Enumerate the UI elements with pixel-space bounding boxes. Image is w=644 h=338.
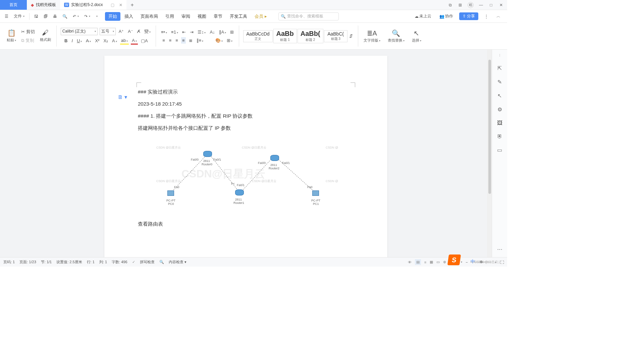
user-avatar-icon[interactable]: 稻 [468,2,474,8]
settings-slider-icon[interactable]: ⚙ [497,106,502,113]
border-icon[interactable]: ⊞ [229,29,235,35]
maximize-icon[interactable]: □ [488,3,494,7]
search-input[interactable]: 🔍 查找命令、搜索模板 [278,12,339,20]
status-page-count[interactable]: 页面: 1/23 [19,260,36,265]
tab-present-icon[interactable]: ▢ [111,3,114,7]
clear-format-icon[interactable]: A̸ [136,28,141,35]
align-justify-icon[interactable]: ≡ [181,37,186,44]
read-view-icon[interactable]: ▭ [436,260,440,264]
decrease-indent-icon[interactable]: ⇤ [181,29,187,35]
tab-view[interactable]: 视图 [194,12,210,21]
font-size-select[interactable]: 五号▾ [100,28,116,35]
more-icon[interactable]: ⋮ [482,13,490,20]
copy-button[interactable]: ⧉ 复制 [20,37,36,44]
underline-icon[interactable]: U▾ [76,38,83,44]
text-effect-icon[interactable]: A▾ [111,38,118,44]
share-button[interactable]: ⇧ 分享 [459,12,478,20]
bullets-icon[interactable]: ≡•▾ [160,29,168,35]
typeset-button[interactable]: ≣A文字排版▾ [362,29,382,44]
collapse-ribbon-icon[interactable]: ︿ [494,12,502,20]
phonetic-icon[interactable]: 變▾ [143,28,152,35]
shield-icon[interactable]: ⛨ [497,133,502,139]
paste-button[interactable]: 📋粘贴▾ [5,28,17,44]
shading-icon[interactable]: 🎨▾ [214,37,224,44]
document-page[interactable]: 🗎 ▾ ### 实验过程演示 2023-5-18 20:17:45 #### 1… [104,56,387,257]
preview-icon[interactable]: 🔍 [60,13,69,20]
saveas-icon[interactable]: 🗐 [42,13,50,20]
style-body[interactable]: AaBbCcDd正文 [243,30,272,42]
strike-icon[interactable]: A̶▾ [85,38,92,44]
book-icon[interactable]: ▭ [497,147,502,153]
numbering-icon[interactable]: ≡1▾ [170,29,179,35]
minimize-icon[interactable]: — [478,3,484,7]
tab-section[interactable]: 章节 [210,12,226,21]
close-icon[interactable]: ✕ [119,3,122,7]
rocket-icon[interactable]: ⇱ [497,65,502,71]
close-window-icon[interactable]: ✕ [498,3,504,7]
line-spacing-icon-top[interactable]: ‖A▾ [218,29,227,35]
new-tab-button[interactable]: + [126,0,138,10]
sort-icon[interactable]: ☰↕▾ [197,29,207,35]
increase-indent-icon[interactable]: ⇥ [189,29,195,35]
status-words[interactable]: 字数: 496 [112,260,127,265]
content-check-icon[interactable]: 🔍 [159,260,164,264]
status-row[interactable]: 行: 1 [87,260,95,265]
cursor-panel-icon[interactable]: ↖ [497,93,502,99]
subscript-icon[interactable]: X₂ [102,38,109,44]
styles-more-icon[interactable]: ⇵ [348,33,354,39]
superscript-icon[interactable]: X² [94,38,100,44]
bold-icon[interactable]: B [63,38,68,44]
collapse-handle-icon[interactable]: ⁝ [499,53,500,58]
page-view-icon[interactable]: ▤ [415,259,421,265]
status-section[interactable]: 节: 1/1 [41,260,52,265]
undo-icon[interactable]: ↶▾ [71,13,81,20]
more-panel-icon[interactable]: ⋯ [497,246,502,252]
italic-icon[interactable]: I [70,38,74,44]
customize-quickbar[interactable]: ▾ [94,13,100,19]
tab-review[interactable]: 审阅 [178,12,194,21]
save-icon[interactable]: 🖫 [32,13,40,20]
scrollbar-thumb[interactable] [488,60,491,194]
find-replace-button[interactable]: 🔍查找替换▾ [386,29,406,44]
highlight-icon[interactable]: ab▾ [120,37,129,45]
shrink-font-icon[interactable]: A⁻ [127,28,134,35]
tab-start[interactable]: 开始 [105,12,120,21]
collab-button[interactable]: 👥协作 [437,12,455,20]
cut-button[interactable]: ✂ 剪切 [20,28,36,36]
font-family-select[interactable]: Calibri (正文)▾ [61,28,98,35]
pencil-icon[interactable]: ✎ [497,79,502,85]
char-border-icon[interactable]: ▢A [140,38,149,44]
distribute-icon[interactable]: ≣ [188,37,194,44]
redo-icon[interactable]: ↷▾ [82,13,92,20]
status-spell[interactable]: 拼写检查 [140,260,155,265]
image-icon[interactable]: 🖼 [497,120,502,126]
cloud-status[interactable]: ☁未上云 [413,12,433,20]
format-painter-button[interactable]: 🖌格式刷 [39,28,52,44]
tab-dev[interactable]: 开发工具 [226,12,251,21]
tab-member[interactable]: 会员 ▸ [251,12,270,21]
vertical-scrollbar[interactable] [487,50,492,257]
web-view-icon[interactable]: ▦ [430,260,433,264]
line-spacing-icon[interactable]: ‖≡▾ [196,37,205,44]
grow-font-icon[interactable]: A⁺ [118,28,125,35]
tab-layout[interactable]: 页面布局 [137,12,161,21]
status-col[interactable]: 列: 1 [99,260,107,265]
tab-document[interactable]: W 实验过程5-2.docx ▢ ✕ [60,0,126,10]
sogou-ime-icon[interactable]: S [447,255,461,265]
style-h2[interactable]: AaBb(标题 2 [298,29,323,43]
tab-insert[interactable]: 插入 [121,12,137,21]
font-color-icon[interactable]: A▾ [131,37,138,45]
layout-icon[interactable]: ⧉ [447,3,453,7]
eye-icon[interactable]: 👁 [408,260,412,264]
table-border-icon[interactable]: ⊞▾ [226,37,233,44]
outline-view-icon[interactable]: ≡ [424,260,426,264]
style-h1[interactable]: AaBb标题 1 [273,29,297,43]
status-setval[interactable]: 设置值: 2.5厘米 [56,260,82,265]
doc-marker-icon[interactable]: 🗎 ▾ [118,91,127,104]
tab-ref[interactable]: 引用 [162,12,177,21]
style-h3[interactable]: AaBbC(标题 3 [324,30,347,42]
select-button[interactable]: ↖选择▾ [411,29,423,44]
align-center-icon[interactable]: ≡ [168,37,173,44]
zoom-fit-icon[interactable]: ⊕ [443,260,446,264]
align-right-icon[interactable]: ≡ [174,37,179,44]
